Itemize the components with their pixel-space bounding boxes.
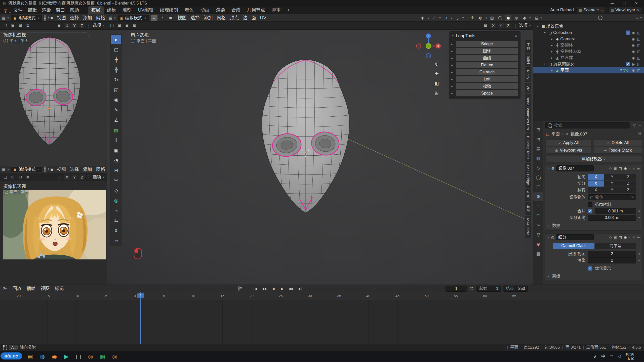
toolbar-tool[interactable]: ◱ (111, 85, 121, 95)
render-camera-icon[interactable]: ◫ (636, 62, 641, 66)
sidebar-tab[interactable]: ABP (525, 189, 531, 201)
mirror-x-button[interactable]: X (64, 23, 70, 28)
flip-z-button[interactable]: Z (620, 187, 636, 193)
properties-tab[interactable]: ⊡ (533, 125, 543, 134)
toolbar-tool[interactable]: ▸ (111, 35, 121, 44)
tray-expand-icon[interactable]: ∧ (594, 354, 597, 358)
render-camera-icon[interactable]: ◫ (636, 37, 641, 41)
visibility-eye-icon[interactable]: ◉ (630, 37, 636, 41)
viewport-menu-item[interactable]: 顶点 (228, 15, 241, 21)
transport-button[interactable]: ◀ (269, 286, 277, 292)
expand-caret-icon[interactable]: ▾ (542, 63, 547, 66)
blender-menu-icon[interactable]: ◎ (2, 7, 9, 14)
vp1-options-dropdown[interactable]: 选项 (93, 23, 105, 28)
toggle-perspective-icon[interactable]: ⊞ (433, 89, 441, 97)
expand-arrow-icon[interactable]: ▸ (451, 71, 454, 74)
taskbar-app-icon[interactable]: ▶ (60, 351, 72, 362)
mirror-y-button[interactable]: Y (498, 23, 504, 28)
animate-dot[interactable] (638, 260, 640, 261)
volume-icon[interactable]: ◁ (618, 354, 621, 358)
topbar-menu-item[interactable]: 渲染 (39, 7, 53, 14)
playhead[interactable] (140, 292, 141, 344)
select-variant-icon[interactable]: ▢ (2, 174, 9, 180)
render-display-icon[interactable]: ◉ (624, 167, 627, 170)
apply-all-button[interactable]: ✓Apply All (545, 140, 592, 146)
snap-magnet-icon[interactable]: ∪ (442, 15, 449, 21)
filter-funnel-icon[interactable]: ▽ (633, 123, 636, 127)
topbar-menu-item[interactable]: 文件 (11, 7, 25, 14)
taskbar-app-icon[interactable]: ◍ (36, 351, 48, 362)
looptools-button[interactable]: 圆环 (456, 48, 518, 54)
properties-tab[interactable]: ◠ (533, 211, 543, 220)
visibility-eye-icon[interactable]: ◉ (630, 69, 636, 72)
properties-tab[interactable]: ◇ (533, 163, 543, 173)
workspace-tab[interactable]: UV编辑 (135, 6, 157, 14)
chevron-down-icon[interactable] (639, 124, 641, 127)
shading-wireframe-icon[interactable]: ◯ (497, 15, 503, 21)
main-viewport-content[interactable]: ▸▢╋╬↻◱◉✎∠▧⇧▣◔⊟✂◇◎≈⇆⇕▱ 用户透视 (1) 平面 | 平面 L… (107, 30, 533, 285)
mirror-object-field[interactable]: □ 物体 ✎ (588, 194, 636, 200)
viewport-menu-item[interactable]: 视图 (55, 15, 68, 21)
editor-type-icon[interactable]: ▤ (535, 16, 539, 20)
expand-arrow-icon[interactable]: ▸ (451, 50, 454, 53)
select-variant-icon[interactable]: ⊠ (25, 174, 31, 180)
sidebar-tab[interactable]: VR (525, 83, 531, 93)
collection-checkbox[interactable] (626, 62, 630, 66)
taskbar-app-icon[interactable]: ◉ (48, 351, 60, 362)
viewport-vis-button[interactable]: ◉Viewport Vis (545, 147, 592, 154)
viewport-menu-item[interactable]: UV (258, 15, 268, 21)
viewport-menu-item[interactable]: 网格 (94, 166, 107, 173)
face-select-button[interactable]: ◼ (50, 166, 53, 172)
toolbar-tool[interactable]: ◉ (111, 95, 121, 105)
looptools-button[interactable]: 松弛 (456, 83, 518, 89)
vertex-select-button[interactable]: ∷ (44, 166, 46, 172)
breadcrumb-modifier[interactable]: 镜像.007 (570, 132, 587, 136)
workspace-tab[interactable]: + (284, 6, 293, 14)
use-preview-range-icon[interactable]: ◔ (470, 286, 473, 290)
auto-keying-toggle[interactable] (238, 286, 239, 291)
viewport-menu-item[interactable]: 选择 (68, 166, 81, 173)
animate-dot[interactable] (638, 217, 640, 218)
expand-arrow-icon[interactable]: ▸ (451, 78, 454, 81)
mirror-x-button[interactable]: X (490, 23, 496, 28)
workspace-tab[interactable]: 纹理绘制 (157, 6, 181, 14)
transport-button[interactable]: ▶ (278, 286, 287, 292)
topbar-menu-item[interactable]: 编辑 (25, 7, 39, 14)
viewport-menu-item[interactable]: 选择 (68, 15, 81, 21)
mirror-x-button[interactable]: X (64, 174, 70, 180)
outliner-row[interactable]: ▸ ▲ 平面 ⚙▽◇ ◉ ◫ (533, 67, 644, 73)
mirror-z-button[interactable]: Z (505, 23, 511, 28)
edit-mode-display-icon[interactable]: ▣ (614, 236, 617, 239)
axis-y-button[interactable]: Y (604, 174, 620, 180)
toolbar-tool[interactable]: ▱ (111, 236, 121, 245)
render-camera-icon[interactable]: ◫ (636, 43, 641, 47)
viewport-menu-item[interactable]: 边 (241, 15, 250, 21)
taskbar-app-icon[interactable]: ▢ (72, 351, 85, 362)
extras-dropdown-icon[interactable] (628, 167, 630, 170)
taskbar-app-icon[interactable]: ▦ (97, 351, 109, 362)
workspace-tab[interactable]: 脚本 (268, 6, 284, 14)
add-modifier-button[interactable]: 添加修改器 (545, 156, 642, 162)
toolbar-tool[interactable]: ╋ (111, 55, 121, 64)
edge-select-button[interactable]: ∕ (48, 166, 49, 172)
proportional-editing-icon[interactable]: ◌ (454, 15, 461, 21)
toolbar-tool[interactable]: ⊟ (111, 165, 121, 175)
sidebar-tab[interactable]: 截图 (525, 202, 531, 215)
edit-mode-display-icon[interactable]: ▣ (614, 167, 617, 170)
editor-type-icon[interactable]: ▦ (2, 16, 6, 20)
expand-caret-icon[interactable]: ▾ (542, 31, 547, 34)
expand-caret-icon[interactable]: ▾ (535, 25, 540, 28)
timeline-menu-item[interactable]: 插帧 (24, 285, 38, 292)
shading-solid-icon[interactable]: ● (505, 15, 511, 21)
render-camera-icon[interactable]: ◫ (636, 31, 641, 34)
timeline-menu-item[interactable]: 视图 (38, 285, 52, 292)
viewport-menu-item[interactable]: 添加 (81, 166, 94, 173)
expand-arrow-icon[interactable]: ▸ (451, 92, 454, 95)
vertex-select-button[interactable]: ∷ (151, 15, 157, 21)
looptools-button[interactable]: 曲线 (456, 55, 518, 61)
collapse-icon[interactable] (547, 236, 549, 239)
face-select-button[interactable]: ◼ (50, 15, 53, 21)
viewport-menu-item[interactable]: 网格 (215, 15, 228, 21)
edge-select-button[interactable]: ∕ (48, 15, 49, 21)
extras-dropdown-icon[interactable] (628, 236, 630, 239)
